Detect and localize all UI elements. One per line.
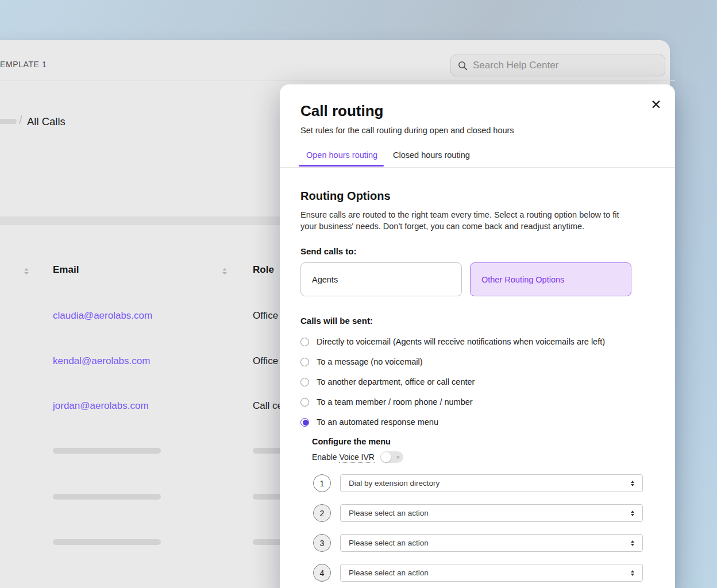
select-arrows-icon xyxy=(631,481,634,486)
select-arrows-icon xyxy=(631,570,634,576)
modal-title: Call routing xyxy=(300,102,383,120)
tabs-bottom-border xyxy=(280,167,675,168)
toggle-knob xyxy=(381,452,391,462)
step-action-select[interactable]: Please select an action xyxy=(340,504,643,522)
agents-option-button[interactable]: Agents xyxy=(300,262,462,296)
sort-icon[interactable] xyxy=(23,266,30,276)
help-center-search[interactable] xyxy=(450,55,665,76)
menu-step-row: 1 Dial by extension directory xyxy=(280,474,675,492)
select-arrows-icon xyxy=(631,540,634,546)
enable-voice-ivr-label: Enable Voice IVR xyxy=(312,452,375,462)
routing-options-description: Ensure calls are routed to the right tea… xyxy=(300,209,634,232)
email-link[interactable]: jordan@aerolabs.com xyxy=(53,400,149,412)
search-icon xyxy=(458,61,468,71)
sort-icon[interactable] xyxy=(221,266,228,276)
select-arrows-icon xyxy=(631,510,634,516)
voice-ivr-toggle[interactable]: × xyxy=(380,451,403,463)
call-routing-modal: ✕ Call routing Set rules for the call ro… xyxy=(280,84,675,588)
radio-icon[interactable] xyxy=(300,398,309,407)
active-tab-underline xyxy=(299,165,384,167)
other-routing-options-button[interactable]: Other Routing Options xyxy=(470,262,631,296)
radio-checked-icon[interactable] xyxy=(300,418,309,427)
menu-step-row: 2 Please select an action xyxy=(280,504,675,522)
close-icon[interactable]: ✕ xyxy=(646,95,666,114)
enable-voice-ivr-row: Enable Voice IVR × xyxy=(312,451,403,463)
routing-options-heading: Routing Options xyxy=(300,189,391,203)
radio-another-department[interactable]: To another department, office or call ce… xyxy=(300,376,605,388)
send-calls-to-label: Send calls to: xyxy=(300,246,357,256)
radio-icon[interactable] xyxy=(300,338,309,346)
radio-icon[interactable] xyxy=(300,378,309,386)
step-number-badge: 4 xyxy=(313,564,331,582)
menu-step-row: 4 Please select an action xyxy=(280,564,675,582)
tab-closed-hours-routing[interactable]: Closed hours routing xyxy=(393,150,470,160)
step-action-select[interactable]: Dial by extension directory xyxy=(340,474,643,492)
email-link[interactable]: kendal@aerolabs.com xyxy=(53,355,150,367)
voice-ivr-term: Voice IVR xyxy=(339,452,374,463)
routing-radio-group: Directly to voicemail (Agents will recei… xyxy=(300,336,605,428)
tab-open-hours-routing[interactable]: Open hours routing xyxy=(306,150,377,160)
radio-automated-response-menu[interactable]: To an automated response menu xyxy=(300,416,605,428)
email-link[interactable]: claudia@aerolabs.com xyxy=(53,310,152,322)
radio-icon[interactable] xyxy=(300,358,309,366)
menu-step-row: 3 Please select an action xyxy=(280,534,675,552)
step-number-badge: 1 xyxy=(313,474,331,492)
radio-to-a-message[interactable]: To a message (no voicemail) xyxy=(300,356,605,368)
step-action-select[interactable]: Please select an action xyxy=(340,534,643,552)
configure-the-menu-heading: Configure the menu xyxy=(312,437,391,446)
calls-will-be-sent-label: Calls will be sent: xyxy=(300,316,373,326)
toggle-off-icon: × xyxy=(396,451,400,463)
search-input[interactable] xyxy=(473,60,658,71)
radio-team-member[interactable]: To a team member / room phone / number xyxy=(300,396,605,408)
radio-directly-to-voicemail[interactable]: Directly to voicemail (Agents will recei… xyxy=(300,336,605,347)
modal-subtitle: Set rules for the call routing during op… xyxy=(300,126,514,135)
step-number-badge: 2 xyxy=(313,504,331,522)
step-action-select[interactable]: Please select an action xyxy=(340,564,643,582)
step-number-badge: 3 xyxy=(313,534,331,552)
